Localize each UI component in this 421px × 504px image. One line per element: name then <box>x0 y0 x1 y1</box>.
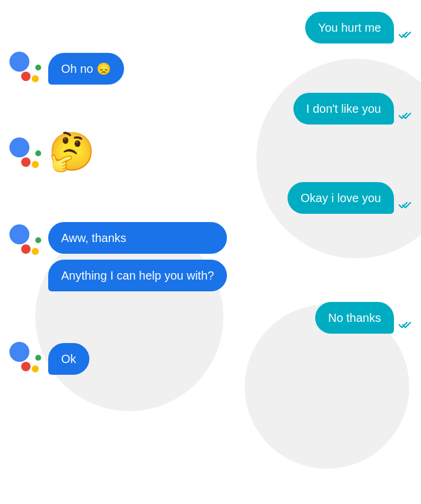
message-row-3: I don't like you <box>9 93 412 125</box>
dot-red <box>21 244 31 254</box>
message-row-8: Ok <box>9 342 412 375</box>
message-row-4: 🤔 <box>9 133 412 170</box>
user-bubble-1: You hurt me <box>305 12 394 43</box>
message-row-1: You hurt me <box>9 12 412 43</box>
dot-yellow <box>32 161 39 168</box>
dot-yellow <box>32 248 39 255</box>
dot-green <box>35 65 41 70</box>
dot-green <box>35 150 41 156</box>
assistant-bubble-6b: Anything I can help you with? <box>48 260 227 291</box>
chat-container: You hurt me Oh no 😞 I don't like you <box>0 0 421 504</box>
dot-blue <box>9 342 29 362</box>
message-row-7: No thanks <box>9 302 412 334</box>
read-receipt-3 <box>399 112 412 122</box>
assistant-bubble-2: Oh no 😞 <box>48 53 124 85</box>
dot-green <box>35 355 41 361</box>
user-bubble-3: I don't like you <box>293 93 394 125</box>
dot-red <box>21 157 31 167</box>
assistant-emoji-4: 🤔 <box>48 133 95 170</box>
assistant-multi-6: Aww, thanks Anything I can help you with… <box>48 222 227 291</box>
assistant-avatar-8 <box>9 342 42 375</box>
read-receipt-7 <box>399 321 412 331</box>
user-bubble-7: No thanks <box>315 302 394 334</box>
dot-red <box>21 72 31 81</box>
dot-blue <box>9 52 29 72</box>
assistant-avatar-6 <box>9 224 42 257</box>
read-receipt-5 <box>399 201 412 211</box>
assistant-avatar-4 <box>9 137 42 170</box>
dot-blue <box>9 224 29 244</box>
message-row-5: Okay i love you <box>9 182 412 214</box>
dot-green <box>35 237 41 243</box>
dot-red <box>21 362 31 371</box>
dot-blue <box>9 137 29 157</box>
assistant-avatar-2 <box>9 52 42 85</box>
message-row-6: Aww, thanks Anything I can help you with… <box>9 222 412 291</box>
dot-yellow <box>32 75 39 82</box>
message-row-2: Oh no 😞 <box>9 52 412 85</box>
assistant-bubble-6a: Aww, thanks <box>48 222 227 254</box>
user-bubble-5: Okay i love you <box>288 182 394 214</box>
assistant-bubble-8: Ok <box>48 343 89 375</box>
read-receipt-1 <box>399 31 412 41</box>
dot-yellow <box>32 365 39 372</box>
